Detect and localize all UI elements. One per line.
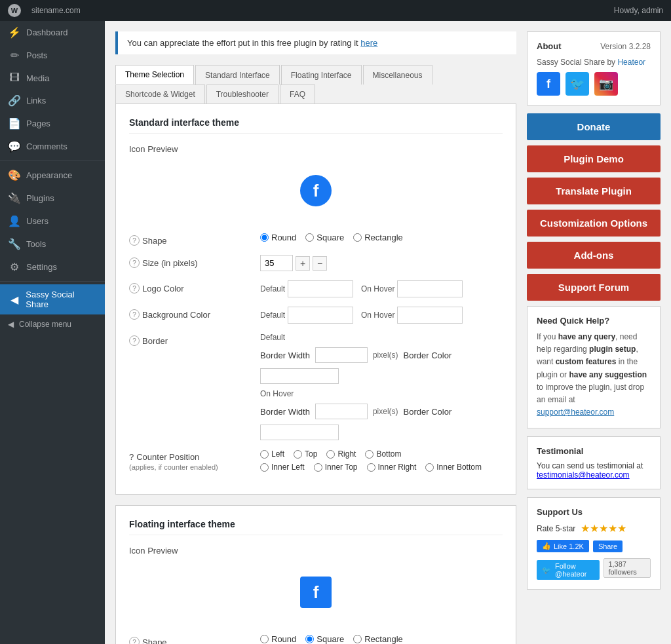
support-forum-button[interactable]: Support Forum bbox=[527, 274, 661, 301]
floating-shape-round[interactable]: Round bbox=[260, 634, 296, 644]
standard-counter-bottom[interactable]: Bottom bbox=[365, 449, 401, 459]
settings-icon: ⚙ bbox=[8, 261, 21, 273]
heateor-link[interactable]: Heateor bbox=[617, 58, 645, 67]
standard-shape-round[interactable]: Round bbox=[260, 233, 296, 242]
standard-border-color-input[interactable] bbox=[260, 368, 339, 384]
standard-size-label: ? Size (in pixels) bbox=[129, 255, 260, 268]
standard-border-hover-color-input[interactable] bbox=[260, 425, 339, 440]
standard-counter-inner-top[interactable]: Inner Top bbox=[314, 463, 358, 472]
sidebar-item-links[interactable]: 🔗 Links bbox=[0, 89, 105, 112]
tab-miscellaneous[interactable]: Miscellaneous bbox=[363, 65, 432, 85]
top-bar-right: Howdy, admin bbox=[614, 6, 663, 15]
standard-counter-left[interactable]: Left bbox=[260, 449, 284, 459]
plugin-demo-button[interactable]: Plugin Demo bbox=[527, 145, 661, 172]
tab-floating-interface[interactable]: Floating Interface bbox=[281, 65, 362, 85]
share-button[interactable]: Share bbox=[593, 540, 623, 552]
standard-bg-default-field: Default bbox=[260, 307, 353, 324]
about-twitter-icon[interactable]: 🐦 bbox=[566, 72, 589, 96]
standard-border-hover-width-input[interactable] bbox=[315, 404, 368, 419]
notice-link[interactable]: here bbox=[360, 38, 377, 48]
addons-button[interactable]: Add-ons bbox=[527, 242, 661, 269]
site-name: sitename.com bbox=[31, 6, 81, 15]
stars-icon: ★★★★★ bbox=[581, 522, 626, 535]
tab-shortcode-widget[interactable]: Shortcode & Widget bbox=[115, 85, 205, 104]
standard-logo-default-input[interactable] bbox=[288, 280, 353, 297]
standard-shape-rectangle[interactable]: Rectangle bbox=[353, 233, 403, 242]
sidebar-item-media[interactable]: 🎞 Media bbox=[0, 67, 105, 89]
top-bar: W sitename.com Howdy, admin bbox=[0, 0, 671, 21]
rate-row: Rate 5-star ★★★★★ bbox=[537, 522, 651, 535]
standard-border-help-icon[interactable]: ? bbox=[129, 335, 140, 346]
floating-shape-rectangle[interactable]: Rectangle bbox=[353, 634, 403, 644]
standard-bg-hover-input[interactable] bbox=[397, 307, 463, 324]
standard-counter-sub-label: (applies, if counter enabled) bbox=[129, 463, 260, 471]
standard-size-increment[interactable]: + bbox=[296, 256, 310, 271]
standard-logo-color-label-text: Logo Color bbox=[142, 284, 184, 294]
standard-size-input[interactable] bbox=[260, 255, 293, 271]
sidebar-item-comments[interactable]: 💬 Comments bbox=[0, 135, 105, 158]
standard-counter-label: ? Counter Position (applies, if counter … bbox=[129, 449, 260, 471]
standard-counter-inner-left[interactable]: Inner Left bbox=[260, 463, 305, 472]
tab-standard-interface[interactable]: Standard Interface bbox=[195, 65, 280, 85]
like-button[interactable]: 👍 Like 1.2K bbox=[537, 540, 589, 552]
standard-counter-label-text: Counter Position bbox=[136, 452, 199, 462]
collapse-label: Collapse menu bbox=[19, 320, 71, 329]
sidebar-label-settings: Settings bbox=[26, 262, 57, 272]
sidebar-item-plugins[interactable]: 🔌 Plugins bbox=[0, 187, 105, 210]
standard-shape-help-icon[interactable]: ? bbox=[129, 235, 140, 246]
quick-help-card: Need Quick Help? If you have any query, … bbox=[527, 306, 661, 428]
tab-faq[interactable]: FAQ bbox=[280, 85, 315, 104]
standard-counter-inner-right[interactable]: Inner Right bbox=[367, 463, 417, 472]
sidebar-item-sassy[interactable]: ◀ Sassy Social Share bbox=[0, 284, 105, 314]
tab-theme-selection[interactable]: Theme Selection bbox=[115, 65, 194, 85]
quick-help-email[interactable]: support@heateor.com bbox=[537, 407, 614, 417]
standard-size-help-icon[interactable]: ? bbox=[129, 257, 140, 268]
standard-size-decrement[interactable]: − bbox=[313, 256, 327, 271]
support-us-title: Support Us bbox=[537, 507, 651, 517]
collapse-menu[interactable]: ◀ Collapse menu bbox=[0, 314, 105, 334]
sidebar-item-dashboard[interactable]: ⚡ Dashboard bbox=[0, 21, 105, 44]
sidebar-item-posts[interactable]: ✏ Posts bbox=[0, 44, 105, 67]
sidebar-item-pages[interactable]: 📄 Pages bbox=[0, 112, 105, 135]
standard-counter-inner-bottom[interactable]: Inner Bottom bbox=[425, 463, 482, 472]
sidebar-item-users[interactable]: 👤 Users bbox=[0, 210, 105, 233]
standard-bg-default-input[interactable] bbox=[288, 307, 353, 324]
standard-bg-color-controls: Default On Hover bbox=[260, 307, 463, 324]
standard-bg-hover-field: On Hover bbox=[361, 307, 463, 324]
standard-panel-title: Standard interface theme bbox=[129, 117, 503, 134]
testimonial-email[interactable]: testimonials@heateor.com bbox=[537, 470, 630, 480]
standard-size-row: ? Size (in pixels) + − bbox=[129, 255, 503, 271]
translate-plugin-button[interactable]: Translate Plugin bbox=[527, 178, 661, 204]
sassy-icon: ◀ bbox=[8, 294, 20, 306]
standard-logo-hover-input[interactable] bbox=[397, 280, 463, 297]
standard-border-width-input[interactable] bbox=[315, 347, 368, 363]
plugins-icon: 🔌 bbox=[8, 192, 21, 204]
standard-counter-help-icon[interactable]: ? bbox=[129, 452, 134, 462]
standard-counter-top[interactable]: Top bbox=[294, 449, 317, 459]
donate-button[interactable]: Donate bbox=[527, 113, 661, 140]
customization-options-button[interactable]: Customization Options bbox=[527, 210, 661, 237]
standard-bg-color-help-icon[interactable]: ? bbox=[129, 309, 140, 320]
standard-logo-color-row: ? Logo Color Default On Hover bbox=[129, 280, 503, 297]
sidebar-item-settings[interactable]: ⚙ Settings bbox=[0, 256, 105, 278]
standard-shape-square[interactable]: Square bbox=[305, 233, 344, 242]
quick-help-title: Need Quick Help? bbox=[537, 316, 651, 326]
wp-logo-icon: W bbox=[8, 4, 21, 17]
floating-shape-help-icon[interactable]: ? bbox=[129, 637, 140, 644]
floating-shape-square[interactable]: Square bbox=[305, 634, 344, 644]
standard-logo-default-label: Default bbox=[260, 284, 285, 294]
media-icon: 🎞 bbox=[8, 72, 21, 84]
about-facebook-icon[interactable]: f bbox=[537, 72, 560, 96]
standard-shape-label-text: Shape bbox=[142, 236, 167, 246]
sidebar-label-appearance: Appearance bbox=[26, 170, 72, 180]
standard-logo-color-help-icon[interactable]: ? bbox=[129, 283, 140, 294]
sidebar-item-appearance[interactable]: 🎨 Appearance bbox=[0, 164, 105, 187]
floating-panel-title: Floating interface theme bbox=[129, 519, 503, 535]
sidebar-separator-2 bbox=[0, 281, 105, 282]
sidebar-item-tools[interactable]: 🔧 Tools bbox=[0, 233, 105, 256]
standard-counter-right[interactable]: Right bbox=[326, 449, 356, 459]
about-instagram-icon[interactable]: 📷 bbox=[594, 72, 618, 96]
tab-troubleshooter[interactable]: Troubleshooter bbox=[206, 85, 278, 104]
twitter-follow-button[interactable]: 🐦 Follow @heateor bbox=[537, 560, 600, 580]
standard-logo-color-label: ? Logo Color bbox=[129, 280, 260, 294]
